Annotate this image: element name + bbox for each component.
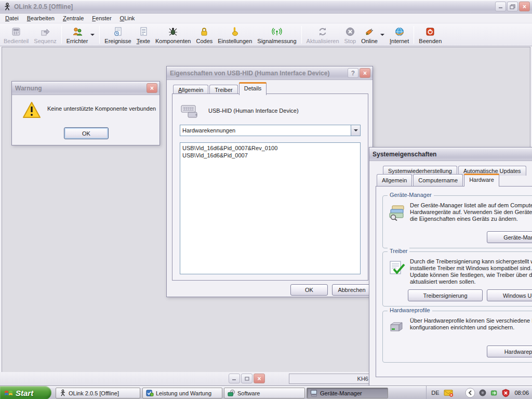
toolbar-ereignisse-button[interactable]: Ereignisse <box>102 24 134 45</box>
system-properties-titlebar[interactable]: Systemeigenschaften <box>369 148 532 161</box>
globe-icon <box>394 26 405 37</box>
menu-fenster[interactable]: Fenster <box>88 14 115 22</box>
chevron-down-icon[interactable] <box>90 34 95 36</box>
mail-tray-icon[interactable] <box>444 389 454 397</box>
toolbar-aktualisieren-button[interactable]: Aktualisieren <box>304 24 342 45</box>
property-dropdown[interactable]: Hardwarekennungen <box>180 125 361 136</box>
usb-hid-device-icon <box>180 102 199 119</box>
device-manager-group: Geräte-Manager Der Geräte-Manager listet… <box>382 195 532 248</box>
menu-datei[interactable]: Datei <box>1 14 23 22</box>
mdi-minimize-button[interactable] <box>229 374 240 383</box>
padlock-icon <box>199 26 209 37</box>
toolbar-separator <box>301 26 302 44</box>
device-manager-button[interactable]: Geräte-Manager <box>487 231 532 243</box>
driver-group-label: Treiber <box>388 248 409 254</box>
windows-update-button[interactable]: Windows Update <box>487 289 532 301</box>
toolbar-separator <box>414 26 414 44</box>
toolbar-signalmessung-button[interactable]: Signalmessung <box>255 24 299 45</box>
close-button[interactable]: × <box>519 2 530 11</box>
mdi-close-button[interactable]: × <box>254 374 265 383</box>
properties-close-button[interactable]: × <box>360 68 370 78</box>
toolbar-online-button[interactable]: Online <box>358 24 387 45</box>
tab-allgemein-sys[interactable]: Allgemein <box>377 174 412 187</box>
component-bug-icon <box>168 26 178 37</box>
task-geraete-manager[interactable]: Geräte-Manager <box>307 388 388 398</box>
hardware-profiles-group: Hardwareprofile Über Hardwareprofile kön… <box>382 311 532 363</box>
warning-ok-button[interactable]: OK <box>64 127 109 139</box>
mdi-restore-button[interactable] <box>241 374 252 383</box>
task-software[interactable]: Software <box>224 388 305 398</box>
hardware-profiles-icon <box>388 320 406 336</box>
hardware-id-list[interactable]: USB\Vid_16d6&Pid_0007&Rev_0100 USB\Vid_1… <box>180 142 361 274</box>
ok-button[interactable]: OK <box>290 284 328 296</box>
start-label: Start <box>16 389 33 397</box>
toolbar-sequenz-button[interactable]: Sequenz <box>31 24 59 45</box>
list-item[interactable]: USB\Vid_16d6&Pid_0007&Rev_0100 <box>182 144 360 152</box>
software-task-icon <box>228 389 235 397</box>
hardware-profiles-group-label: Hardwareprofile <box>388 307 432 313</box>
document-icon <box>138 26 149 37</box>
task-olink[interactable]: OLink 2.0.5 [Offline] <box>56 388 140 398</box>
minimize-button[interactable] <box>495 2 506 11</box>
driver-text: Durch die Treibersignierung kann sicherg… <box>410 258 532 285</box>
toolbar-einstellungen-button[interactable]: Einstellungen <box>215 24 255 45</box>
warning-triangle-icon <box>22 101 41 119</box>
maintenance-task-icon <box>146 389 154 397</box>
toolbar-codes-button[interactable]: Codes <box>193 24 215 45</box>
warning-title: Warnung <box>15 85 145 92</box>
help-button[interactable]: ? <box>348 68 358 78</box>
olink-titlebar[interactable]: OLink 2.0.5 [Offline] × <box>0 0 532 14</box>
start-button[interactable]: Start <box>0 386 51 399</box>
tray-collapse-chevron-icon[interactable] <box>465 388 475 398</box>
clock[interactable]: 08:06 <box>514 390 529 396</box>
olink-app-icon <box>3 3 11 11</box>
restore-button[interactable] <box>507 2 518 11</box>
tab-details[interactable]: Details <box>239 82 267 95</box>
tab-computername[interactable]: Computername <box>413 174 463 187</box>
device-manager-text: Der Geräte-Manager listet alle auf dem C… <box>410 202 532 222</box>
driver-signing-icon <box>388 260 406 277</box>
device-row: USB-HID (Human Interface Device) <box>180 102 299 119</box>
toolbar: Bedienteil Sequenz Errichter Ereignisse … <box>0 23 532 46</box>
toolbar-internet-button[interactable]: Internet <box>387 24 411 45</box>
dropdown-arrow-button[interactable] <box>351 125 360 136</box>
toolbar-komponenten-button[interactable]: Komponenten <box>153 24 194 45</box>
device-manager-task-icon <box>310 390 318 397</box>
warning-dialog: Warnung × Keine unterstützte Komponente … <box>11 81 160 145</box>
properties-titlebar[interactable]: Eigenschaften von USB-HID (Human Interfa… <box>167 66 373 80</box>
system-tabs-row2: Allgemein Computername Hardware <box>377 174 500 187</box>
property-dropdown-value: Hardwarekennungen <box>180 127 351 134</box>
properties-dialog: Eigenschaften von USB-HID (Human Interfa… <box>166 66 373 297</box>
toolbar-texte-button[interactable]: Texte <box>134 24 153 45</box>
device-manager-icon <box>388 204 406 221</box>
toolbar-separator <box>99 26 100 44</box>
menubar: Datei Bearbeiten Zentrale Fenster OLink <box>0 14 532 23</box>
mdi-window-controls: × <box>228 374 265 383</box>
security-shield-icon[interactable] <box>501 389 510 397</box>
toolbar-bedienteil-button[interactable]: Bedienteil <box>1 24 31 45</box>
toolbar-stop-button[interactable]: Stop <box>342 24 359 45</box>
task-leistung-und-wartung[interactable]: Leistung und Wartung <box>142 388 222 398</box>
hardware-profiles-button[interactable]: Hardwareprofile <box>487 345 532 357</box>
warning-close-button[interactable]: × <box>147 83 157 93</box>
list-item[interactable]: USB\Vid_16d6&Pid_0007 <box>182 152 360 159</box>
tab-hardware[interactable]: Hardware <box>464 174 499 187</box>
toolbar-errichter-button[interactable]: Errichter <box>64 24 98 45</box>
device-manager-group-label: Geräte-Manager <box>388 192 434 198</box>
menu-bearbeiten[interactable]: Bearbeiten <box>23 14 59 22</box>
tray-device-icon[interactable] <box>490 389 498 397</box>
chevron-down-icon[interactable] <box>380 34 384 36</box>
keypad-icon <box>11 26 21 37</box>
hardware-profiles-text: Über Hardwareprofile können Sie verschie… <box>410 317 532 331</box>
antenna-signal-icon <box>271 26 283 37</box>
stop-icon <box>345 26 355 37</box>
driver-group: Treiber Durch die Treibersignierung kann… <box>382 251 532 307</box>
tray-volume-icon[interactable] <box>478 389 487 397</box>
language-indicator[interactable]: DE <box>430 389 441 396</box>
toolbar-beenden-button[interactable]: Beenden <box>416 24 444 45</box>
menu-zentrale[interactable]: Zentrale <box>59 14 88 22</box>
driver-signing-button[interactable]: Treibersignierung <box>408 289 483 301</box>
menu-olink[interactable]: OLink <box>116 14 139 22</box>
cancel-button[interactable]: Abbrechen <box>332 284 371 296</box>
warning-titlebar[interactable]: Warnung × <box>12 82 159 95</box>
